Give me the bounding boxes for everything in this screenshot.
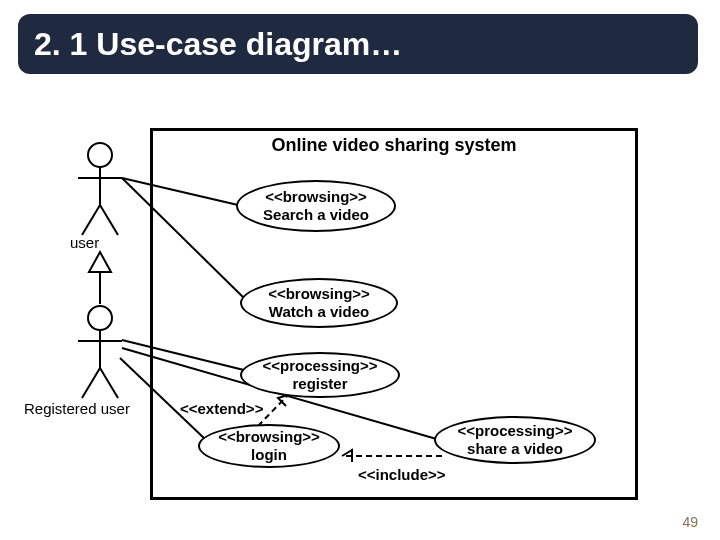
rel-extend: <<extend>> [180,400,263,417]
label: Search a video [263,206,369,224]
rel-include: <<include>> [358,466,446,483]
svg-point-7 [88,306,112,330]
usecase-login: <<browsing>> login [198,424,340,468]
svg-line-4 [100,205,118,235]
svg-marker-5 [89,252,111,272]
actor-user-label: user [70,234,99,251]
svg-line-10 [82,368,100,398]
label: register [292,375,347,393]
stereo: <<browsing>> [218,428,320,446]
usecase-share: <<processing>> share a video [434,416,596,464]
stereo: <<processing>> [457,422,572,440]
svg-line-11 [100,368,118,398]
system-title: Online video sharing system [153,135,635,156]
svg-point-0 [88,143,112,167]
usecase-search: <<browsing>> Search a video [236,180,396,232]
slide-title: 2. 1 Use-case diagram… [18,14,698,74]
label: login [251,446,287,464]
svg-line-3 [82,205,100,235]
page-number: 49 [682,514,698,530]
actor-registered-label: Registered user [24,400,130,417]
usecase-watch: <<browsing>> Watch a video [240,278,398,328]
stereo: <<processing>> [262,357,377,375]
label: share a video [467,440,563,458]
label: Watch a video [269,303,369,321]
usecase-register: <<processing>> register [240,352,400,398]
stereo: <<browsing>> [268,285,370,303]
stereo: <<browsing>> [265,188,367,206]
